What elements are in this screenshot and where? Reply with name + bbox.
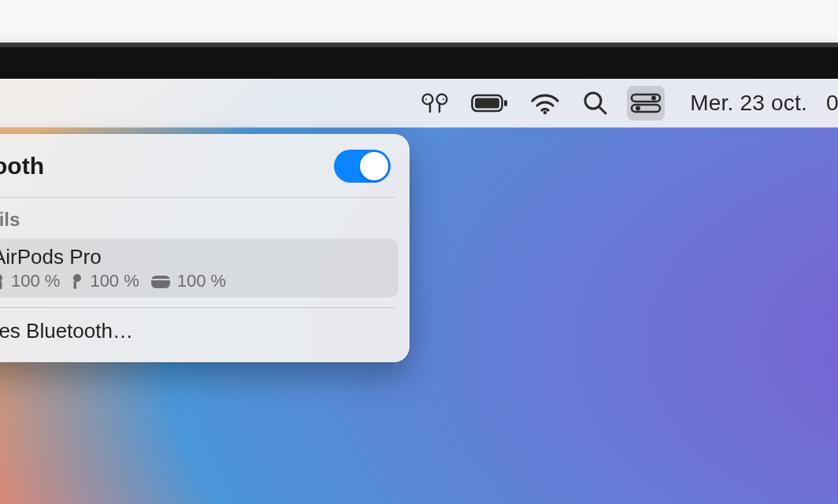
menubar-date[interactable]: Mer. 23 oct. bbox=[679, 86, 812, 120]
airpod-right-icon bbox=[71, 272, 83, 290]
device-battery-line: 100 % 100 % bbox=[0, 271, 226, 291]
svg-rect-23 bbox=[0, 281, 2, 289]
svg-rect-25 bbox=[74, 281, 76, 289]
devices-section-label: Appareils bbox=[0, 198, 410, 235]
menubar-date-text: Mer. 23 oct. bbox=[690, 91, 807, 116]
svg-point-13 bbox=[651, 95, 656, 100]
screen: Mer. 23 oct. 09:41 Bluetooth Appareils bbox=[0, 79, 838, 504]
menubar-spotlight-icon[interactable] bbox=[578, 86, 613, 120]
svg-point-9 bbox=[543, 110, 547, 113]
device-row-airpods[interactable]: AirPods Pro 100 % bbox=[0, 239, 399, 298]
menubar-wifi-icon[interactable] bbox=[526, 86, 564, 120]
photo-background: Mer. 23 oct. 09:41 Bluetooth Appareils bbox=[0, 0, 838, 504]
bluetooth-toggle-knob bbox=[360, 152, 388, 180]
bluetooth-title: Bluetooth bbox=[0, 153, 44, 180]
bluetooth-settings-link[interactable]: Réglages Bluetooth… bbox=[0, 308, 410, 359]
menubar-time[interactable]: 09:41 bbox=[826, 86, 838, 120]
svg-point-5 bbox=[443, 98, 444, 100]
airpod-left-icon bbox=[0, 272, 5, 290]
battery-right-value: 100 % bbox=[90, 271, 139, 291]
airpods-case-icon bbox=[150, 273, 171, 289]
svg-rect-7 bbox=[475, 98, 499, 108]
svg-rect-8 bbox=[504, 100, 507, 106]
svg-point-24 bbox=[73, 274, 81, 282]
laptop-bezel: Mer. 23 oct. 09:41 Bluetooth Appareils bbox=[0, 47, 838, 504]
svg-rect-26 bbox=[151, 276, 170, 288]
bluetooth-popover: Bluetooth Appareils bbox=[0, 134, 410, 362]
menubar-time-text: 09:41 bbox=[826, 91, 838, 116]
bluetooth-toggle[interactable] bbox=[334, 150, 391, 183]
battery-case-value: 100 % bbox=[177, 271, 226, 291]
svg-point-15 bbox=[636, 106, 640, 110]
svg-line-11 bbox=[599, 107, 606, 113]
svg-point-3 bbox=[437, 94, 447, 104]
menubar-battery-icon[interactable] bbox=[468, 86, 512, 120]
menubar-airpods-icon[interactable] bbox=[416, 86, 454, 120]
svg-point-0 bbox=[423, 94, 433, 104]
svg-point-22 bbox=[0, 274, 2, 282]
menubar-control-center-icon[interactable] bbox=[627, 86, 665, 120]
battery-left-value: 100 % bbox=[11, 271, 60, 291]
menu-bar: Mer. 23 oct. 09:41 bbox=[0, 79, 838, 128]
svg-point-2 bbox=[425, 98, 427, 100]
device-name: AirPods Pro bbox=[0, 245, 226, 269]
